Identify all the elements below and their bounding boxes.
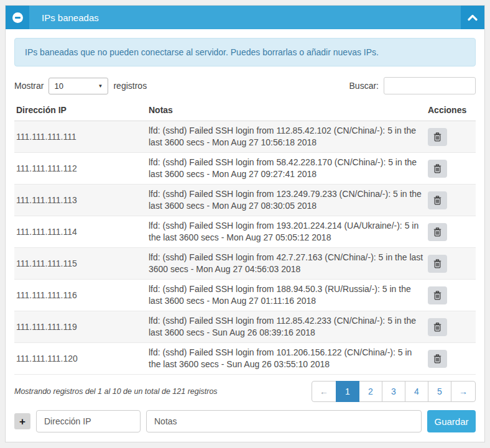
info-alert: IPs baneadas que no pueden conectarse al… (14, 38, 476, 66)
ip-cell: 111.111.111.119 (14, 311, 147, 343)
ip-cell: 111.111.111.120 (14, 343, 147, 375)
info-alert-text: IPs baneadas que no pueden conectarse al… (25, 47, 379, 57)
trash-icon (433, 259, 441, 268)
trash-icon (433, 132, 441, 142)
delete-ip-button[interactable] (428, 223, 447, 241)
add-ip-form: + Guardar (14, 410, 476, 432)
note-cell: lfd: (sshd) Failed SSH login from 123.24… (147, 185, 426, 216)
ip-cell: 111.111.111.113 (14, 185, 147, 216)
table-row: 111.111.111.115 lfd: (sshd) Failed SSH l… (14, 248, 476, 280)
pagination-page-2[interactable]: 2 (359, 381, 382, 402)
table-row: 111.111.111.119 lfd: (sshd) Failed SSH l… (14, 311, 476, 343)
plus-icon: + (19, 416, 25, 427)
column-header-acciones: Acciones (426, 99, 476, 121)
chevron-up-icon (468, 14, 478, 21)
ip-cell: 111.111.111.114 (14, 216, 147, 248)
page-length-select[interactable]: 10 ▼ (49, 78, 108, 94)
minus-circle-icon (12, 12, 23, 23)
note-cell: lfd: (sshd) Failed SSH login from 58.42.… (147, 153, 426, 185)
pagination-prev-button[interactable]: ← (312, 381, 336, 402)
column-header-ip: Dirección IP (14, 99, 147, 121)
panel-header: IPs baneadas (6, 6, 484, 29)
table-controls: Mostrar 10 ▼ registros Buscar: (14, 77, 476, 94)
trash-icon (433, 322, 441, 332)
trash-icon (433, 196, 441, 205)
pagination-page-5[interactable]: 5 (428, 381, 451, 402)
table-row: 111.111.111.120 lfd: (sshd) Failed SSH l… (14, 343, 476, 375)
show-label: Mostrar (14, 81, 44, 91)
table-header-row: Dirección IP Notas Acciones (14, 99, 476, 121)
new-note-input[interactable] (146, 410, 422, 432)
collapse-button[interactable] (6, 6, 29, 29)
note-cell: lfd: (sshd) Failed SSH login from 112.85… (147, 121, 426, 153)
note-cell: lfd: (sshd) Failed SSH login from 188.94… (147, 280, 426, 311)
trash-icon (433, 354, 441, 363)
ip-cell: 111.111.111.116 (14, 280, 147, 311)
table-row: 111.111.111.114 lfd: (sshd) Failed SSH l… (14, 216, 476, 248)
table-row: 111.111.111.113 lfd: (sshd) Failed SSH l… (14, 185, 476, 216)
table-footer: Mostrando registros del 1 al 10 de un to… (14, 381, 476, 402)
ip-cell: 111.111.111.111 (14, 121, 147, 153)
note-cell: lfd: (sshd) Failed SSH login from 42.7.2… (147, 248, 426, 280)
delete-ip-button[interactable] (428, 350, 447, 368)
add-ip-button[interactable]: + (14, 413, 30, 429)
select-arrow-icon: ▼ (98, 83, 103, 89)
banned-ips-panel: IPs baneadas IPs baneadas que no pueden … (5, 5, 485, 442)
delete-ip-button[interactable] (428, 191, 447, 209)
toggle-up-button[interactable] (461, 6, 484, 29)
table-row: 111.111.111.116 lfd: (sshd) Failed SSH l… (14, 280, 476, 311)
pagination-page-3[interactable]: 3 (382, 381, 405, 402)
delete-ip-button[interactable] (428, 160, 447, 178)
trash-icon (433, 227, 441, 237)
note-cell: lfd: (sshd) Failed SSH login from 193.20… (147, 216, 426, 248)
delete-ip-button[interactable] (428, 286, 447, 304)
pagination: ←12345→ (312, 381, 476, 402)
ip-cell: 111.111.111.115 (14, 248, 147, 280)
search-label: Buscar: (349, 81, 379, 91)
delete-ip-button[interactable] (428, 128, 447, 146)
panel-title-bar: IPs baneadas (29, 6, 461, 29)
page-length-value: 10 (54, 81, 63, 91)
column-header-notas: Notas (147, 99, 426, 121)
search-input[interactable] (384, 77, 476, 94)
delete-ip-button[interactable] (428, 255, 447, 273)
pagination-page-4[interactable]: 4 (405, 381, 428, 402)
pagination-next-button[interactable]: → (451, 381, 476, 402)
trash-icon (433, 291, 441, 300)
search-control: Buscar: (349, 77, 476, 94)
note-cell: lfd: (sshd) Failed SSH login from 101.20… (147, 343, 426, 375)
banned-ips-table: Dirección IP Notas Acciones 111.111.111.… (14, 99, 476, 375)
registros-label: registros (113, 81, 147, 91)
save-button[interactable]: Guardar (427, 410, 476, 432)
records-info: Mostrando registros del 1 al 10 de un to… (14, 387, 218, 396)
table-row: 111.111.111.112 lfd: (sshd) Failed SSH l… (14, 153, 476, 185)
length-control: Mostrar 10 ▼ registros (14, 78, 147, 94)
delete-ip-button[interactable] (428, 318, 447, 336)
trash-icon (433, 164, 441, 173)
table-row: 111.111.111.111 lfd: (sshd) Failed SSH l… (14, 121, 476, 153)
ip-cell: 111.111.111.112 (14, 153, 147, 185)
panel-title: IPs baneadas (42, 12, 99, 23)
note-cell: lfd: (sshd) Failed SSH login from 112.85… (147, 311, 426, 343)
pagination-page-1[interactable]: 1 (336, 381, 359, 402)
new-ip-input[interactable] (36, 410, 141, 432)
